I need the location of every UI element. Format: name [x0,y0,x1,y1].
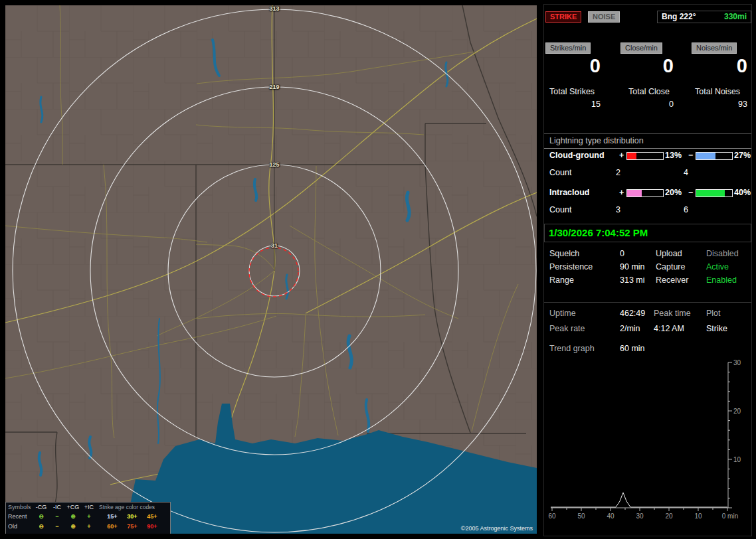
status-panel: STRIKE NOISE Bng 222° 330mi Strikes/min … [543,4,752,536]
noises-per-min-value: 0 [695,55,747,77]
squelch-label: Squelch [549,249,579,258]
cg-negative-pct: 27% [734,151,751,160]
trend-y-tick: 10 [733,456,741,463]
peak-rate-label: Peak rate [549,324,585,333]
bearing-value: Bng 222° [662,12,696,22]
age-code: 15+ [103,512,122,521]
ic-negative-pct: 40% [734,188,751,197]
section-divider [544,302,751,303]
capture-label: Capture [656,262,685,271]
trend-graph-label: Trend graph [549,344,595,353]
neg-cg-symbol: ⊖ [33,522,49,531]
cg-positive-count: 2 [616,168,620,177]
plot-label: Plot [706,309,721,318]
lightning-map[interactable]: 313 219 125 31 Symbols -CG -IC +CG +IC S… [5,5,537,534]
age-code: 45+ [143,512,161,521]
intracloud-label: Intracloud [549,188,589,197]
trend-x-tick: 0 min [722,512,738,520]
pos-cg-symbol: ⊕ [65,522,81,531]
close-per-min-value: 0 [628,55,674,77]
squelch-value: 0 [620,249,624,258]
noise-mode-button[interactable]: NOISE [588,11,620,23]
minus-sign: − [688,151,693,160]
pos-cg-symbol: ⊕ [65,512,81,521]
uptime-label: Uptime [549,309,576,318]
neg-ic-symbol: − [49,522,65,531]
trend-window-value: 60 min [620,344,645,353]
cg-positive-pct: 13% [665,151,682,160]
legend-col-neg-cg: -CG [33,503,49,512]
range-ring-label: 219 [269,84,279,90]
current-datetime: 1/30/2026 7:04:52 PM [549,224,648,242]
legend-old-label: Old [8,522,17,531]
pos-ic-symbol: + [81,512,97,521]
total-noises-label: Total Noises [695,87,740,96]
cg-positive-gauge [626,152,664,160]
map-legend: Symbols -CG -IC +CG +IC Strike age color… [5,502,171,534]
age-code: 60+ [103,522,122,531]
trend-x-tick: 40 [607,512,614,520]
upload-status: Disabled [706,249,739,258]
trend-x-tick: 30 [636,512,644,520]
capture-status: Active [706,262,729,271]
trend-graph: 30 20 10 60 50 40 30 20 10 0 min [544,356,751,533]
trend-x-tick: 10 [694,512,702,520]
range-label: Range [549,275,574,285]
legend-recent-label: Recent [8,512,27,521]
cg-negative-count: 4 [684,168,688,177]
trend-x-tick: 20 [665,512,673,520]
noises-per-min-label: Noises/min [692,42,737,54]
range-ring-label: 313 [269,5,279,12]
total-close-label: Total Close [628,87,670,96]
total-noises-value: 93 [695,100,747,109]
ic-negative-count: 6 [684,205,688,214]
peak-rate-value: 2/min [620,324,640,333]
plus-sign: + [619,151,624,160]
bearing-readout: Bng 222° 330mi [657,11,751,23]
age-code: 90+ [143,522,161,531]
trend-x-tick: 50 [577,512,585,520]
legend-old-row: Old ⊖ − ⊕ + 60+ 75+ 90+ [6,522,170,531]
total-strikes-label: Total Strikes [549,87,595,96]
bearing-range: 330mi [724,12,747,22]
legend-col-pos-ic: +IC [81,503,97,512]
total-strikes-value: 15 [549,100,601,109]
legend-recent-row: Recent ⊖ − ⊕ + 15+ 30+ 45+ [6,512,170,521]
pos-ic-symbol: + [81,522,97,531]
trend-y-tick: 20 [733,408,741,415]
neg-ic-symbol: − [49,512,65,521]
legend-col-pos-cg: +CG [65,503,81,512]
ic-negative-gauge [696,189,733,197]
persistence-label: Persistence [549,262,593,271]
trend-y-tick: 30 [733,359,741,366]
strikes-per-min-label: Strikes/min [545,42,591,54]
datetime-box: 1/30/2026 7:04:52 PM [544,224,751,242]
legend-header-row: Symbols -CG -IC +CG +IC Strike age color… [6,503,170,512]
gauge-fill [627,153,636,159]
age-code: 75+ [123,522,142,531]
legend-age-title: Strike age color codes [99,503,155,512]
plot-value: Strike [706,324,727,333]
section-divider [544,133,751,134]
legend-col-neg-ic: -IC [49,503,65,512]
upload-label: Upload [656,249,682,258]
trend-line [551,493,727,507]
ic-positive-count: 3 [616,205,620,214]
receiver-status: Enabled [706,275,737,285]
strike-mode-button[interactable]: STRIKE [545,11,581,23]
age-code: 30+ [123,512,142,521]
range-ring-label: 125 [269,161,279,168]
neg-cg-symbol: ⊖ [33,512,49,521]
uptime-value: 462:49 [620,309,645,318]
distribution-title: Lightning type distribution [549,136,644,145]
count-label: Count [549,205,571,214]
gauge-fill [696,153,715,159]
peak-time-label: Peak time [654,309,691,318]
receiver-label: Receiver [656,275,688,285]
gauge-fill [696,190,725,196]
gauge-fill [627,190,642,196]
range-ring-label: 31 [271,242,278,249]
trend-axes [551,362,732,511]
ic-positive-gauge [626,189,664,197]
copyright-text: ©2005 Astrogenic Systems [461,525,533,532]
